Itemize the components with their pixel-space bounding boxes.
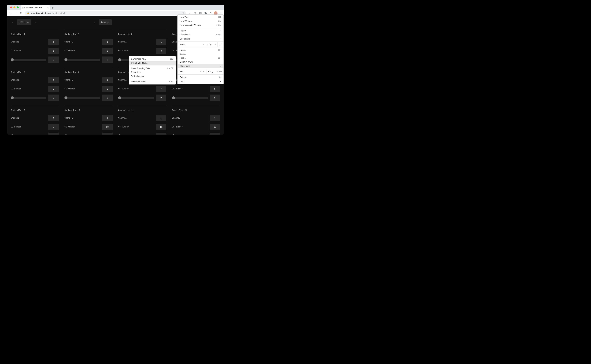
browser-tab[interactable]: Webmidi Controller ×	[21, 5, 50, 10]
reload-button[interactable]: ⟳	[19, 11, 23, 15]
menu-downloads[interactable]: Downloads⌥⌘L	[178, 33, 223, 37]
value-slider[interactable]	[118, 97, 154, 99]
cc-value[interactable]: 7	[156, 86, 166, 92]
menu-help[interactable]: Help▸	[178, 79, 223, 83]
window-controls	[8, 5, 21, 10]
menu-copy[interactable]: Copy	[206, 70, 215, 74]
cc-value[interactable]: 1	[48, 48, 59, 54]
submenu-developer-tools[interactable]: Developer Tools⌥⌘I	[129, 80, 176, 84]
close-tab-button[interactable]: ×	[47, 6, 49, 9]
controller-title: Controller 3	[118, 33, 166, 35]
bluetooth-icon[interactable]	[34, 20, 38, 25]
channel-value[interactable]: 1	[102, 77, 113, 83]
back-button[interactable]: ←	[8, 11, 13, 15]
slider-thumb[interactable]	[118, 96, 121, 99]
menu-separator	[178, 47, 223, 47]
menu-print[interactable]: Print...⌘P	[178, 48, 223, 52]
tab-title: Webmidi Controller	[26, 6, 42, 9]
slider-thumb[interactable]	[65, 58, 67, 61]
slider-thumb[interactable]	[65, 96, 67, 99]
cc-value[interactable]: 3	[156, 48, 166, 54]
preset-selector[interactable]: General	[99, 20, 112, 25]
controller-title: Controller 10	[65, 109, 113, 111]
slider-value[interactable]: 0	[48, 95, 59, 101]
slider-thumb[interactable]	[11, 134, 14, 135]
submenu-extensions[interactable]: Extensions	[129, 70, 176, 74]
channel-label: Channel	[11, 41, 19, 43]
menu-more-tools[interactable]: More Tools▸	[178, 64, 223, 68]
slider-thumb[interactable]	[11, 58, 14, 61]
slider-value[interactable]: 0	[48, 57, 59, 63]
channel-value[interactable]: 1	[156, 39, 166, 45]
controller-title: Controller 2	[65, 33, 113, 35]
slider-thumb[interactable]	[172, 134, 175, 135]
channel-value[interactable]: 1	[48, 77, 59, 83]
slider-thumb[interactable]	[172, 96, 175, 99]
slider-value[interactable]: 0	[156, 95, 166, 101]
menu-open-in-wmc[interactable]: Open in WMC	[178, 60, 223, 64]
slider-value[interactable]: 0	[210, 133, 220, 135]
forward-button[interactable]: →	[13, 11, 18, 15]
cc-value[interactable]: 11	[156, 124, 166, 130]
fullscreen-button[interactable]: ⛶	[217, 42, 223, 47]
channel-value[interactable]: 1	[48, 115, 59, 121]
menu-separator	[178, 41, 223, 42]
close-window-button[interactable]	[10, 6, 12, 8]
menu-bookmarks[interactable]: Bookmarks▸	[178, 37, 223, 41]
cc-value[interactable]: 10	[102, 124, 113, 130]
slider-value[interactable]: 0	[156, 133, 166, 135]
channel-value[interactable]: 1	[210, 115, 220, 121]
slider-value[interactable]: 0	[102, 133, 113, 135]
slider-value[interactable]: 0	[102, 95, 113, 101]
value-slider[interactable]	[172, 97, 208, 99]
channel-value[interactable]: 1	[156, 115, 166, 121]
slider-thumb[interactable]	[118, 58, 121, 61]
new-tab-button[interactable]: +	[50, 6, 55, 10]
cc-value[interactable]: 8	[210, 86, 220, 92]
value-slider[interactable]	[65, 59, 100, 61]
menu-new-incognito[interactable]: New Incognito Window⇧⌘N	[178, 23, 223, 27]
slider-thumb[interactable]	[118, 134, 121, 135]
cc-value[interactable]: 2	[102, 48, 113, 54]
cc-value[interactable]: 6	[102, 86, 113, 92]
menu-cut[interactable]: Cut	[198, 70, 206, 74]
cc-label: CC Number	[118, 88, 129, 90]
slider-thumb[interactable]	[65, 134, 67, 135]
chrome-menu: New Tab⌘T New Window⌘N New Incognito Win…	[177, 14, 224, 84]
device-selector[interactable]: IAC-Tre…	[17, 20, 31, 25]
slider-thumb[interactable]	[11, 96, 14, 99]
zoom-out-button[interactable]: −	[201, 43, 206, 46]
cc-value[interactable]: 12	[210, 124, 220, 130]
cc-value[interactable]: 9	[48, 124, 59, 130]
menu-history[interactable]: History▸	[178, 29, 223, 33]
submenu-task-manager[interactable]: Task Manager	[129, 74, 176, 78]
menu-new-window[interactable]: New Window⌘N	[178, 19, 223, 23]
upload-icon[interactable]	[11, 20, 14, 25]
menu-paste[interactable]: Paste	[215, 70, 223, 74]
chevron-right-icon: ▸	[220, 29, 221, 32]
value-slider[interactable]	[11, 97, 46, 99]
channel-value[interactable]: 1	[102, 39, 113, 45]
menu-settings[interactable]: Settings⌘,	[178, 75, 223, 79]
menu-new-tab[interactable]: New Tab⌘T	[178, 15, 223, 19]
zoom-in-button[interactable]: +	[213, 43, 217, 46]
channel-value[interactable]: 1	[102, 115, 113, 121]
value-slider[interactable]	[65, 97, 100, 99]
menu-find[interactable]: Find...⌘F	[178, 56, 223, 60]
channel-value[interactable]: 1	[48, 39, 59, 45]
submenu-create-shortcut[interactable]: Create Shortcut...	[129, 61, 176, 65]
install-app-icon[interactable]: ⬚	[182, 12, 184, 14]
channel-label: Channel	[118, 79, 127, 81]
menu-cast[interactable]: Cast...	[178, 52, 223, 56]
submenu-save-page-as[interactable]: Save Page As...⌘S	[129, 57, 176, 61]
maximize-window-button[interactable]	[17, 6, 19, 8]
minimize-window-button[interactable]	[13, 6, 15, 8]
address-bar[interactable]: 🔒 frederickk.github.io/webmidi-controlle…	[25, 11, 186, 15]
cc-value[interactable]: 5	[48, 86, 59, 92]
value-slider[interactable]	[11, 59, 46, 61]
slider-value[interactable]: 0	[102, 57, 113, 63]
submenu-clear-browsing[interactable]: Clear Browsing Data...⇧⌘⌫	[129, 66, 176, 70]
menu-separator	[178, 74, 223, 75]
slider-value[interactable]: 0	[210, 95, 220, 101]
slider-value[interactable]: 0	[48, 133, 59, 135]
